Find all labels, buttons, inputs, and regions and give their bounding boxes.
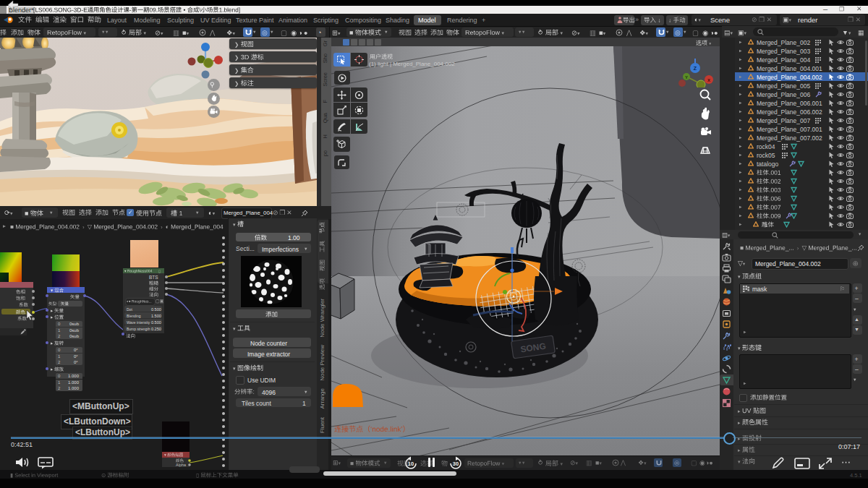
- svg-text:Y: Y: [685, 75, 688, 80]
- svg-text:30: 30: [453, 461, 459, 467]
- svg-text:X: X: [707, 78, 710, 82]
- svg-text:10: 10: [408, 461, 414, 467]
- svg-text:Z: Z: [694, 66, 697, 71]
